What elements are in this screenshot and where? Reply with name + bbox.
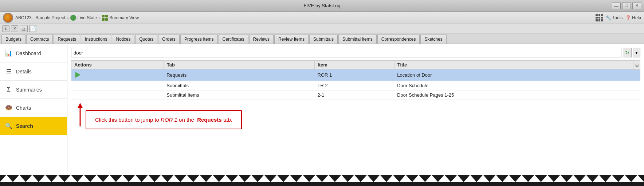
help-label: Help — [632, 15, 641, 20]
info-close-button[interactable]: ✕ — [11, 25, 18, 32]
tab-correspondences[interactable]: Correspondences — [377, 34, 420, 44]
tools-button[interactable]: 🔧 Tools — [606, 15, 623, 20]
minimize-button[interactable]: — — [612, 3, 621, 9]
row-action-2 — [71, 90, 164, 100]
callout-pre-text: Click this button to jump to — [95, 117, 159, 123]
wrench-icon: 🔧 — [606, 15, 611, 20]
row-tab-0: Requests — [164, 69, 314, 81]
tab-progress_items[interactable]: Progress Items — [180, 34, 218, 44]
tab-certificates[interactable]: Certificates — [219, 34, 248, 44]
details-icon: ☰ — [5, 68, 12, 75]
app-logo — [3, 13, 13, 23]
svg-marker-2 — [78, 103, 83, 108]
tab-submittals[interactable]: Submittals — [309, 34, 338, 44]
row-action-1 — [71, 81, 164, 90]
help-button[interactable]: ❓ Help — [625, 15, 641, 20]
summaries-icon: Σ — [5, 86, 12, 93]
callout-post-text: tab. — [223, 117, 232, 123]
row-action-0[interactable] — [71, 69, 164, 81]
tab-sketches[interactable]: Sketches — [420, 34, 446, 44]
dashboard-icon: 📊 — [5, 50, 12, 57]
table-row[interactable]: SubmittalsTR 2Door Schedule — [71, 81, 640, 90]
results-table: ActionsTabItemTitle RequestsROR 1Locatio… — [71, 60, 640, 100]
sidebar-label-summaries: Summaries — [16, 87, 42, 93]
search-row: ↻ ▼ — [71, 48, 640, 57]
table-resize-button[interactable]: ⊞ — [633, 60, 640, 70]
apps-button[interactable] — [596, 14, 603, 21]
grid-dot-3 — [102, 18, 105, 21]
home-button[interactable]: ⌂ — [20, 25, 28, 32]
breadcrumb-sep2: » — [98, 16, 101, 20]
restore-button[interactable]: ❐ — [622, 3, 631, 9]
row-title-1: Door Schedule — [394, 81, 640, 90]
annotation-arrow — [75, 103, 86, 128]
nav-right-controls: 🔧 Tools ❓ Help — [596, 14, 641, 21]
tab-reviews[interactable]: Reviews — [249, 34, 274, 44]
callout-box: Click this button to jump to ROR 1 on th… — [86, 110, 242, 129]
tab-submittal_items[interactable]: Submittal Items — [338, 34, 377, 44]
table-row[interactable]: RequestsROR 1Location of Door — [71, 69, 640, 81]
col-header-tab: Tab — [164, 61, 314, 69]
action-arrow-right[interactable] — [74, 71, 82, 78]
breadcrumb-live-state[interactable]: Live State — [78, 15, 97, 20]
grid-dot-4 — [105, 18, 108, 21]
row-item-0: ROR 1 — [315, 69, 394, 81]
grid-dot-2 — [105, 15, 108, 17]
info-button[interactable]: ℹ — [2, 25, 9, 32]
tab-budgets[interactable]: Budgets — [1, 34, 25, 44]
nav-bar: ABC123 - Sample Project » Live State » S… — [0, 12, 644, 24]
apps-dot-7 — [596, 19, 597, 21]
tab-notices[interactable]: Notices — [112, 34, 134, 44]
tab-contracts[interactable]: Contracts — [26, 34, 53, 44]
window-controls: — ❐ ✕ — [612, 3, 641, 9]
callout-italic-text: ROR 1 — [161, 117, 177, 123]
tab-review_items[interactable]: Review Items — [274, 34, 309, 44]
callout-bold-text: Requests — [197, 117, 222, 123]
apps-dot-1 — [596, 14, 597, 16]
window-title: FIVE by StatsLog — [303, 3, 340, 8]
row-item-1: TR 2 — [315, 81, 394, 90]
search-input[interactable] — [71, 48, 621, 57]
row-title-0: Location of Door — [394, 69, 640, 81]
tab-requests[interactable]: Requests — [54, 34, 80, 44]
sidebar: 📊Dashboard☰DetailsΣSummaries🍩Charts🔍Sear… — [0, 44, 67, 175]
breadcrumb-project[interactable]: ABC123 - Sample Project — [15, 15, 65, 20]
doc-button[interactable]: 📄 — [29, 25, 37, 32]
close-button[interactable]: ✕ — [632, 3, 641, 9]
col-header-actions: Actions — [71, 61, 164, 69]
apps-dot-5 — [598, 17, 600, 19]
sidebar-item-dashboard[interactable]: 📊Dashboard — [0, 44, 67, 62]
tab-instructions[interactable]: Instructions — [81, 34, 111, 44]
table-row[interactable]: Submittal Items2-1Door Schedule Pages 1-… — [71, 90, 640, 100]
content-area: ↻ ▼ ActionsTabItemTitle RequestsROR 1Loc… — [67, 44, 644, 175]
col-header-title: Title — [394, 61, 640, 69]
tab-orders[interactable]: Orders — [158, 34, 180, 44]
breadcrumb-summary-view[interactable]: Summary View — [109, 15, 138, 20]
sidebar-item-search[interactable]: 🔍Search — [0, 117, 67, 135]
tabs-bar: BudgetsContractsRequestsInstructionsNoti… — [0, 33, 644, 44]
arrow-right-icon — [75, 72, 80, 78]
apps-dot-9 — [601, 19, 603, 21]
search-dropdown-button[interactable]: ▼ — [633, 48, 640, 57]
sidebar-label-charts: Charts — [16, 105, 31, 111]
row-tab-1: Submittals — [164, 81, 314, 90]
title-bar: FIVE by StatsLog — ❐ ✕ — [0, 0, 644, 12]
col-header-item: Item — [315, 61, 394, 69]
row-title-2: Door Schedule Pages 1-25 — [394, 90, 640, 100]
apps-dot-4 — [596, 17, 597, 19]
sidebar-item-details[interactable]: ☰Details — [0, 62, 67, 81]
sidebar-item-summaries[interactable]: ΣSummaries — [0, 81, 67, 99]
sidebar-item-charts[interactable]: 🍩Charts — [0, 99, 67, 117]
apps-dot-6 — [601, 17, 603, 19]
search-refresh-button[interactable]: ↻ — [623, 48, 632, 57]
callout-mid-text: on the — [179, 117, 194, 123]
tab-quotes[interactable]: Quotes — [135, 34, 157, 44]
live-state-icon — [70, 15, 76, 21]
breadcrumb: ABC123 - Sample Project » Live State » S… — [15, 15, 139, 21]
sidebar-label-search: Search — [16, 123, 33, 129]
table-wrapper: ActionsTabItemTitle RequestsROR 1Locatio… — [71, 60, 640, 100]
row-item-2: 2-1 — [315, 90, 394, 100]
search-icon: 🔍 — [5, 122, 12, 130]
charts-icon: 🍩 — [5, 104, 12, 112]
apps-dot-3 — [601, 14, 603, 16]
